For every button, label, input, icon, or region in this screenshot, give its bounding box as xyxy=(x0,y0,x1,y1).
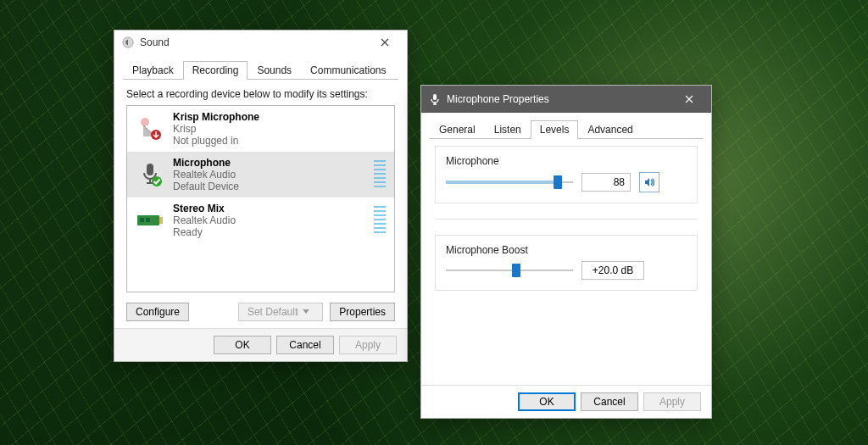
tab-playback[interactable]: Playback xyxy=(123,61,183,80)
ok-button[interactable]: OK xyxy=(518,392,576,411)
sound-window: Sound Playback Recording Sounds Communic… xyxy=(114,30,408,362)
tab-sounds[interactable]: Sounds xyxy=(248,61,301,80)
close-icon[interactable] xyxy=(368,34,402,52)
mic-tabs: General Listen Levels Advanced xyxy=(421,113,711,138)
microphone-level-value[interactable]: 88 xyxy=(581,173,631,192)
ok-button[interactable]: OK xyxy=(214,336,271,354)
apply-button[interactable]: Apply xyxy=(643,392,701,411)
microphone-level-slider[interactable] xyxy=(446,174,573,191)
device-text: Krisp Microphone Krisp Not plugged in xyxy=(173,111,386,147)
device-name: Microphone xyxy=(173,157,365,169)
recording-device-list[interactable]: Krisp Microphone Krisp Not plugged in Mi… xyxy=(126,105,395,292)
mic-titlebar[interactable]: Microphone Properties xyxy=(421,86,711,113)
krisp-device-icon xyxy=(136,114,164,143)
stereomix-device-icon xyxy=(136,206,164,235)
device-name: Krisp Microphone xyxy=(173,111,386,123)
levels-panel: Microphone 88 Microphone xyxy=(421,139,711,385)
list-item[interactable]: Stereo Mix Realtek Audio Ready xyxy=(127,197,394,243)
device-name: Stereo Mix xyxy=(173,203,365,214)
sound-action-row: Configure Set Default Properties xyxy=(114,298,407,328)
sound-window-icon xyxy=(121,36,135,49)
microphone-device-icon xyxy=(136,160,164,189)
microphone-boost-group: Microphone Boost +20.0 dB xyxy=(435,235,698,291)
cancel-button[interactable]: Cancel xyxy=(276,336,334,354)
microphone-boost-slider[interactable] xyxy=(446,262,573,279)
set-default-button[interactable]: Set Default xyxy=(238,303,323,321)
svg-rect-3 xyxy=(147,164,153,175)
device-status: Ready xyxy=(173,226,365,238)
mic-dialog-footer: OK Cancel Apply xyxy=(421,385,711,418)
sound-dialog-footer: OK Cancel Apply xyxy=(114,328,407,361)
tab-levels[interactable]: Levels xyxy=(531,120,579,139)
apply-button[interactable]: Apply xyxy=(339,336,397,354)
svg-point-1 xyxy=(141,118,149,126)
microphone-level-label: Microphone xyxy=(446,155,687,167)
cancel-button[interactable]: Cancel xyxy=(581,392,638,411)
list-item[interactable]: Microphone Realtek Audio Default Device xyxy=(127,152,394,197)
tab-listen[interactable]: Listen xyxy=(485,120,531,139)
configure-button[interactable]: Configure xyxy=(126,303,189,321)
sound-window-title: Sound xyxy=(140,36,170,48)
microphone-level-group: Microphone 88 xyxy=(435,146,698,203)
device-provider: Realtek Audio xyxy=(173,169,365,181)
tab-general[interactable]: General xyxy=(430,120,485,139)
chevron-down-icon[interactable] xyxy=(298,309,314,314)
device-text: Stereo Mix Realtek Audio Ready xyxy=(173,203,365,238)
level-meter-icon xyxy=(374,206,386,235)
svg-rect-8 xyxy=(159,217,163,224)
svg-rect-7 xyxy=(146,218,150,222)
svg-rect-6 xyxy=(140,218,144,222)
sound-tabs: Playback Recording Sounds Communications xyxy=(114,55,407,80)
list-item[interactable]: Krisp Microphone Krisp Not plugged in xyxy=(127,106,394,152)
set-default-label: Set Default xyxy=(248,306,298,318)
microphone-boost-value[interactable]: +20.0 dB xyxy=(581,261,644,280)
sound-titlebar[interactable]: Sound xyxy=(114,31,407,55)
tab-communications[interactable]: Communications xyxy=(301,61,395,80)
close-icon[interactable] xyxy=(672,89,706,109)
tab-advanced[interactable]: Advanced xyxy=(578,120,642,139)
device-provider: Krisp xyxy=(173,123,386,135)
device-status: Not plugged in xyxy=(173,135,386,147)
tab-recording[interactable]: Recording xyxy=(183,61,248,80)
properties-button[interactable]: Properties xyxy=(330,303,395,321)
device-provider: Realtek Audio xyxy=(173,214,365,226)
microphone-boost-label: Microphone Boost xyxy=(446,244,687,256)
recording-instruction: Select a recording device below to modif… xyxy=(114,80,407,105)
level-meter-icon xyxy=(374,160,386,189)
divider xyxy=(435,219,698,220)
svg-rect-9 xyxy=(433,94,437,100)
microphone-properties-window: Microphone Properties General Listen Lev… xyxy=(420,85,712,419)
microphone-window-icon xyxy=(428,92,442,106)
mic-window-title: Microphone Properties xyxy=(447,93,549,105)
device-text: Microphone Realtek Audio Default Device xyxy=(173,157,365,192)
speaker-icon[interactable] xyxy=(639,172,659,192)
device-status: Default Device xyxy=(173,181,365,192)
